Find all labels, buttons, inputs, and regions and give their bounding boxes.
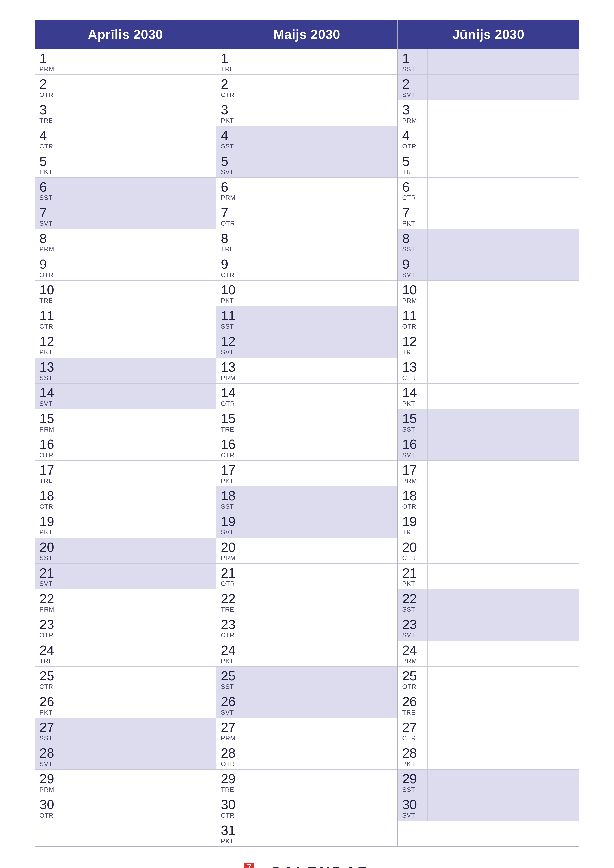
- day-abbr: PKT: [221, 657, 234, 665]
- day-row: 28OTR: [216, 744, 398, 769]
- day-number: 3: [39, 103, 47, 116]
- day-number-block: 26TRE: [398, 692, 427, 718]
- day-content: [427, 358, 579, 383]
- day-row: 15TRE: [216, 409, 398, 435]
- day-number-block: 14SVT: [35, 383, 65, 409]
- day-abbr: PKT: [221, 477, 234, 485]
- day-content: [427, 101, 579, 126]
- day-content: [246, 615, 398, 641]
- day-row: 20CTR: [398, 538, 579, 563]
- day-abbr: SST: [39, 554, 53, 562]
- day-row: 14SVT: [35, 383, 216, 409]
- day-abbr: PKT: [39, 168, 53, 176]
- day-row: 4OTR: [398, 126, 579, 152]
- day-abbr: PRM: [402, 477, 417, 485]
- day-abbr: PRM: [402, 117, 417, 124]
- day-number-block: 13PRM: [216, 358, 246, 383]
- day-abbr: TRE: [221, 245, 235, 253]
- day-abbr: SVT: [402, 91, 415, 99]
- day-content: [65, 75, 216, 100]
- day-abbr: SST: [221, 683, 234, 691]
- day-abbr: SST: [221, 503, 234, 510]
- day-number: 4: [39, 129, 47, 142]
- day-row: 7SVT: [35, 203, 216, 229]
- day-abbr: SST: [402, 245, 415, 253]
- day-number-block: 24TRE: [35, 641, 65, 666]
- day-number-block: 3TRE: [35, 101, 65, 126]
- day-content: [427, 538, 579, 563]
- day-number: 21: [221, 566, 236, 580]
- day-abbr: SST: [221, 143, 234, 150]
- day-content: [246, 512, 398, 538]
- calendar-wrapper: Aprīlis 20301PRM2OTR3TRE4CTR5PKT6SST7SVT…: [35, 20, 579, 868]
- day-row: 4SST: [216, 126, 398, 152]
- day-number: 19: [402, 515, 417, 528]
- day-number-block: 19SVT: [216, 512, 246, 538]
- day-content: [65, 538, 216, 563]
- day-number-block: 28SVT: [35, 744, 65, 769]
- day-abbr: CTR: [221, 91, 235, 99]
- day-number-block: 25SST: [216, 666, 246, 692]
- day-number-block: 8SST: [398, 229, 427, 254]
- day-number: 14: [402, 386, 417, 399]
- day-row: 1PRM: [35, 49, 216, 74]
- day-number: 29: [402, 772, 417, 785]
- day-content: [65, 358, 216, 383]
- day-number: 2: [402, 77, 409, 91]
- day-content: [246, 332, 398, 358]
- day-content: [246, 821, 398, 846]
- day-row: 27SST: [35, 718, 216, 744]
- day-number: 5: [221, 154, 228, 168]
- day-number: 21: [39, 566, 54, 580]
- day-content: [65, 744, 216, 769]
- day-content: [246, 358, 398, 383]
- day-abbr: PKT: [221, 297, 234, 305]
- day-row: 9SVT: [398, 254, 579, 281]
- day-number: 24: [39, 643, 54, 657]
- day-number-block: 2OTR: [35, 75, 65, 100]
- day-content: [65, 589, 216, 615]
- day-row: 26PKT: [35, 692, 216, 718]
- day-number-block: 2CTR: [216, 75, 246, 100]
- day-number-block: 5TRE: [398, 152, 427, 177]
- day-abbr: SST: [402, 606, 415, 614]
- day-row: 28PKT: [398, 744, 579, 769]
- month-header-june: Jūnijs 2030: [398, 20, 579, 49]
- day-content: [246, 589, 398, 615]
- day-number-block: 19PKT: [35, 512, 65, 538]
- day-number: 22: [221, 592, 236, 605]
- day-abbr: TRE: [39, 117, 53, 124]
- day-number-block: 17TRE: [35, 461, 65, 486]
- day-content: [427, 49, 579, 74]
- day-content: [246, 203, 398, 229]
- day-abbr: PRM: [402, 657, 417, 665]
- day-abbr: CTR: [39, 322, 53, 330]
- day-row: 8PRM: [35, 229, 216, 254]
- day-number: 27: [221, 721, 236, 734]
- day-number: 27: [39, 721, 54, 734]
- day-abbr: SST: [402, 426, 415, 433]
- day-content: [65, 461, 216, 486]
- day-number-block: 7OTR: [216, 203, 246, 229]
- day-abbr: CTR: [39, 143, 53, 150]
- day-number: 18: [221, 489, 236, 502]
- day-abbr: SVT: [221, 168, 234, 176]
- day-number-block: 19TRE: [398, 512, 427, 538]
- brand-logo: 7 CALENDAR: [243, 862, 370, 868]
- day-abbr: PKT: [39, 708, 53, 716]
- day-number-block: 16CTR: [216, 435, 246, 460]
- day-row: 11SST: [216, 306, 398, 332]
- day-number: 7: [221, 206, 228, 219]
- day-content: [65, 718, 216, 744]
- day-number: 26: [402, 695, 417, 708]
- day-abbr: OTR: [221, 760, 235, 768]
- day-number: 30: [402, 798, 417, 811]
- month-column-april: Aprīlis 20301PRM2OTR3TRE4CTR5PKT6SST7SVT…: [35, 20, 216, 846]
- day-row: 30SVT: [398, 795, 579, 821]
- day-abbr: CTR: [39, 503, 53, 510]
- day-number: 28: [221, 746, 236, 760]
- day-abbr: PKT: [402, 400, 415, 408]
- day-row: 5PKT: [35, 152, 216, 177]
- day-number: 28: [402, 746, 417, 760]
- day-number: 9: [402, 257, 409, 271]
